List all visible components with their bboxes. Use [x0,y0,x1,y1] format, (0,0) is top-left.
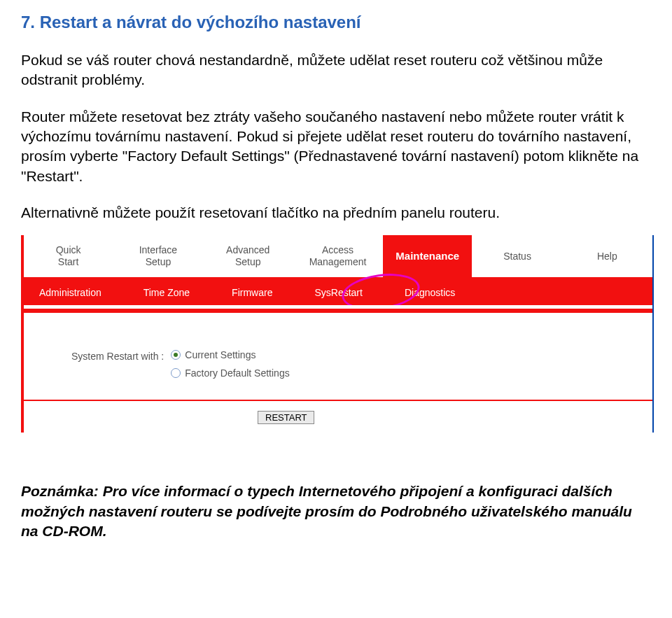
radio-icon [171,350,181,360]
footnote: Poznámka: Pro více informací o typech In… [21,482,651,541]
subtab-diagnostics[interactable]: Diagnostics [405,287,455,298]
restart-form-row: System Restart with : Current Settings F… [71,349,290,379]
tab-status[interactable]: Status [472,235,562,277]
tab-maintenance[interactable]: Maintenance [383,235,472,277]
tab-quick-start[interactable]: Quick Start [24,235,113,277]
section-heading: 7. Restart a návrat do výchozího nastave… [21,13,655,32]
radio-current-settings[interactable]: Current Settings [171,349,289,360]
tab-label: Maintenance [396,250,459,263]
main-tab-row: Quick Start Interface Setup Advanced Set… [24,235,652,280]
tab-label: Advanced [226,244,270,257]
divider [24,400,652,401]
tab-label: Setup [235,256,261,269]
tab-label: Management [309,256,367,269]
radio-group: Current Settings Factory Default Setting… [171,349,289,379]
tab-label: Interface [139,244,177,257]
tab-label: Status [503,251,531,263]
tab-help[interactable]: Help [563,235,652,277]
subtab-firmware[interactable]: Firmware [232,287,272,298]
tab-advanced-setup[interactable]: Advanced Setup [204,235,293,277]
tab-label: Help [597,251,617,263]
tab-label: Quick [56,244,81,257]
content-panel: System Restart with : Current Settings F… [24,305,652,433]
radio-factory-default[interactable]: Factory Default Settings [171,367,289,379]
sub-tab-row: Administration Time Zone Firmware SysRes… [24,280,652,305]
radio-label: Current Settings [185,349,255,360]
restart-button[interactable]: RESTART [258,411,314,424]
tab-interface-setup[interactable]: Interface Setup [113,235,203,277]
divider [24,309,652,313]
tab-label: Setup [146,256,172,269]
tab-access-management[interactable]: Access Management [293,235,383,277]
tab-label: Access [322,244,354,257]
router-admin-screenshot: Quick Start Interface Setup Advanced Set… [21,235,654,433]
intro-paragraph-2: Router můžete resetovat bez ztráty vašeh… [21,107,655,186]
tab-label: Start [58,256,79,269]
subtab-time-zone[interactable]: Time Zone [144,287,190,298]
intro-paragraph-3: Alternativně můžete použít resetovaní tl… [21,203,655,223]
restart-label: System Restart with : [71,349,164,362]
subtab-administration[interactable]: Administration [39,287,102,298]
radio-label: Factory Default Settings [185,367,289,379]
intro-paragraph-1: Pokud se váš router chová nestandardně, … [21,50,655,90]
subtab-sysrestart[interactable]: SysRestart [314,287,362,298]
radio-icon [171,368,181,378]
